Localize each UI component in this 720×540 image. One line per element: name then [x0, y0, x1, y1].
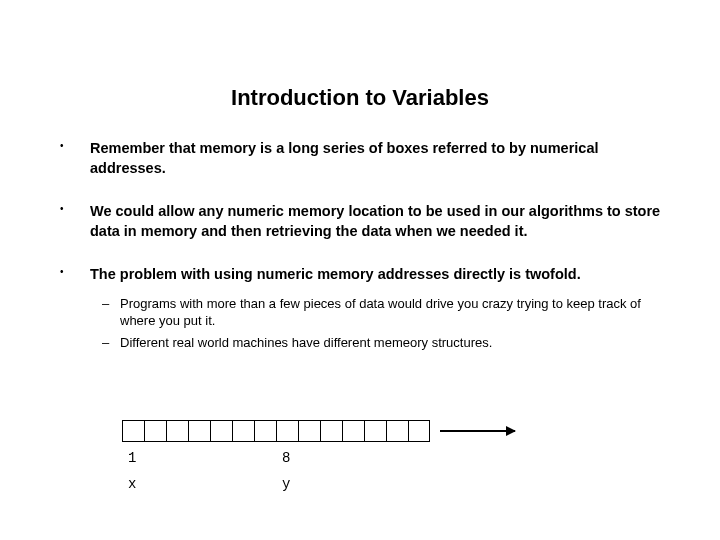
- label-1: 1: [122, 450, 276, 466]
- memory-cell: [364, 420, 386, 442]
- memory-cell: [276, 420, 298, 442]
- bullet-item: The problem with using numeric memory ad…: [50, 265, 670, 351]
- memory-cell: [342, 420, 364, 442]
- sub-bullet-item: Different real world machines have diffe…: [90, 334, 670, 352]
- label-x: x: [122, 476, 276, 492]
- memory-cell: [254, 420, 276, 442]
- memory-diagram: 1 8 x y: [122, 420, 430, 442]
- label-y: y: [276, 476, 290, 492]
- sub-bullet-item: Programs with more than a few pieces of …: [90, 295, 670, 330]
- memory-cell: [298, 420, 320, 442]
- bullet-text: We could allow any numeric memory locati…: [90, 203, 660, 239]
- arrow-right-icon: [440, 430, 515, 432]
- memory-cell: [320, 420, 342, 442]
- diagram-labels: 1 8 x y: [122, 450, 432, 502]
- memory-boxes: [122, 420, 430, 442]
- slide-title: Introduction to Variables: [50, 85, 670, 111]
- memory-cell: [232, 420, 254, 442]
- sub-bullet-text: Different real world machines have diffe…: [120, 335, 492, 350]
- bullet-item: We could allow any numeric memory locati…: [50, 202, 670, 241]
- memory-cell: [144, 420, 166, 442]
- label-8: 8: [276, 450, 290, 466]
- bullet-text: Remember that memory is a long series of…: [90, 140, 598, 176]
- bullet-text: The problem with using numeric memory ad…: [90, 266, 581, 282]
- memory-cell: [166, 420, 188, 442]
- memory-cell: [210, 420, 232, 442]
- bullet-item: Remember that memory is a long series of…: [50, 139, 670, 178]
- memory-cell: [122, 420, 144, 442]
- sub-bullet-text: Programs with more than a few pieces of …: [120, 296, 641, 329]
- sub-bullet-list: Programs with more than a few pieces of …: [90, 295, 670, 352]
- bullet-list: Remember that memory is a long series of…: [50, 139, 670, 351]
- memory-cell: [408, 420, 430, 442]
- memory-cell: [188, 420, 210, 442]
- memory-cell: [386, 420, 408, 442]
